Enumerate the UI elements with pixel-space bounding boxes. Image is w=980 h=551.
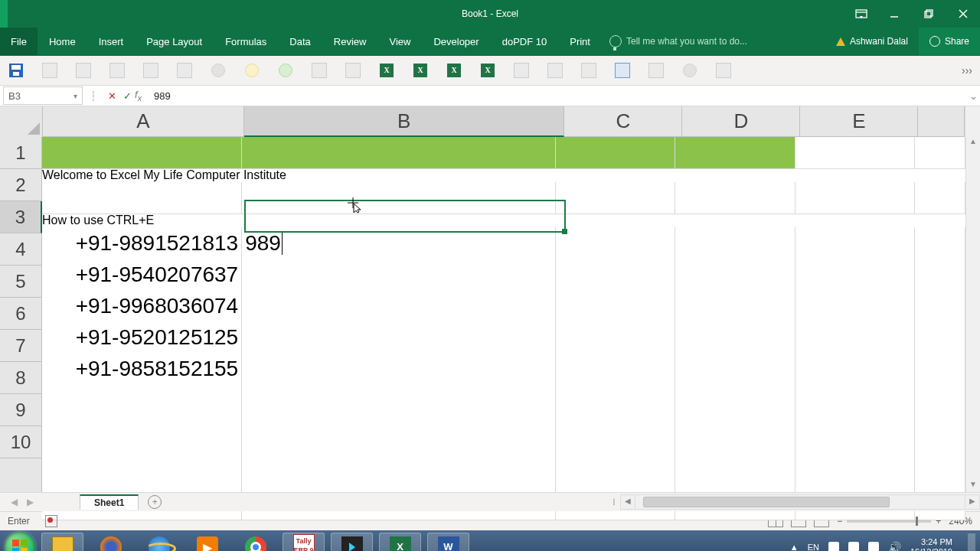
taskbar-file-explorer[interactable] (41, 533, 83, 551)
taskbar-tally[interactable]: TallyERP 9 (283, 533, 325, 551)
column-header-d[interactable]: D (682, 106, 800, 137)
formula-input[interactable]: 989 (149, 90, 966, 102)
cell-b6[interactable] (242, 321, 556, 354)
ribbon-options-icon[interactable] (846, 0, 877, 28)
cell-b1[interactable] (242, 137, 556, 169)
share-button[interactable]: Share (919, 28, 980, 55)
cancel-icon[interactable]: ✕ (104, 90, 119, 102)
tray-language[interactable]: EN (808, 543, 819, 551)
cell-f3[interactable] (915, 227, 965, 259)
cell-d4[interactable] (675, 259, 795, 291)
cell-c8[interactable] (556, 384, 675, 416)
maximize-button[interactable] (911, 0, 946, 28)
cell-a1[interactable] (42, 137, 242, 169)
cell-a7[interactable]: +91-9858152155 (42, 353, 242, 385)
cell-d3[interactable] (675, 227, 795, 259)
column-header-f[interactable] (918, 106, 965, 137)
excel-addin-icon-1[interactable]: X (378, 62, 395, 79)
cell-e1[interactable] (795, 137, 915, 169)
close-button[interactable] (946, 0, 980, 28)
tab-formulas[interactable]: Formulas (214, 28, 278, 55)
cell-b2[interactable] (242, 182, 556, 214)
qat-icon-19[interactable] (648, 62, 665, 79)
sheet-tab-sheet1[interactable]: Sheet1 (80, 494, 139, 510)
tell-me-search[interactable]: Tell me what you want to do... (609, 28, 747, 55)
cell-c4[interactable] (556, 259, 675, 291)
row-header-1[interactable]: 1 (0, 137, 42, 169)
cell-c6[interactable] (556, 321, 675, 354)
taskbar-excel[interactable]: X (379, 533, 421, 551)
qat-icon-9[interactable] (311, 62, 328, 79)
cell-f1[interactable] (915, 137, 965, 169)
cell-c5[interactable] (556, 290, 675, 322)
shape-circle-yellow-icon[interactable] (243, 62, 260, 79)
cell-f4[interactable] (915, 259, 965, 291)
tab-home[interactable]: Home (38, 28, 87, 55)
qat-overflow-icon[interactable]: ››› (962, 64, 972, 77)
cell-e10[interactable] (795, 447, 915, 479)
tray-icon-3[interactable] (868, 542, 879, 551)
tab-view[interactable]: View (377, 28, 422, 55)
qat-icon-16[interactable] (547, 62, 564, 79)
qat-icon-2[interactable] (75, 62, 92, 79)
row-header-2[interactable]: 2 (0, 169, 42, 201)
cell-e6[interactable] (795, 321, 915, 354)
confirm-icon[interactable]: ✓ (119, 90, 135, 102)
cell-b7[interactable] (242, 353, 556, 385)
scroll-right-icon[interactable]: ▶ (965, 494, 980, 510)
cell-d6[interactable] (675, 321, 795, 354)
scroll-left-icon[interactable]: ◀ (620, 494, 635, 510)
cell-b4[interactable] (242, 259, 556, 291)
cell-d10[interactable] (675, 447, 795, 479)
tab-dopdf[interactable]: doPDF 10 (491, 28, 559, 55)
cell-a5[interactable]: +91-9968036074 (42, 290, 242, 322)
select-all-corner[interactable] (0, 106, 43, 138)
cell-b9[interactable] (242, 416, 556, 448)
shape-circle-gray2-icon[interactable] (681, 62, 698, 79)
qat-icon-21[interactable] (715, 62, 732, 79)
column-header-c[interactable]: C (564, 106, 682, 137)
qat-icon-18[interactable] (614, 62, 631, 79)
qat-icon-15[interactable] (513, 62, 530, 79)
vertical-scrollbar[interactable]: ▲ ▼ (965, 137, 980, 492)
camera-icon[interactable] (142, 62, 159, 79)
cell-a6[interactable]: +91-9520125125 (42, 321, 242, 354)
cell-e2[interactable] (795, 182, 915, 214)
cell-f8[interactable] (915, 384, 965, 416)
cell-d9[interactable] (675, 416, 795, 448)
cell-d2[interactable] (675, 182, 795, 214)
row-header-5[interactable]: 5 (0, 266, 42, 298)
tray-icon-2[interactable] (848, 542, 859, 551)
scroll-up-icon[interactable]: ▲ (966, 137, 980, 149)
start-button[interactable] (5, 532, 35, 551)
tab-page-layout[interactable]: Page Layout (135, 28, 214, 55)
cell-f10[interactable] (915, 447, 965, 479)
cell-d7[interactable] (675, 353, 795, 385)
cell-f5[interactable] (915, 290, 965, 322)
cell-c3[interactable] (556, 227, 675, 259)
worksheet-grid[interactable]: 1 2 3 4 5 6 7 8 9 10 Welcome to Excel My… (0, 137, 980, 492)
qat-icon-5[interactable] (176, 62, 193, 79)
scroll-down-icon[interactable]: ▼ (966, 480, 980, 492)
column-header-e[interactable]: E (800, 106, 918, 137)
tab-developer[interactable]: Developer (422, 28, 490, 55)
cell-a8[interactable] (42, 384, 242, 416)
tab-review[interactable]: Review (322, 28, 378, 55)
tab-insert[interactable]: Insert (87, 28, 136, 55)
cell-d8[interactable] (675, 384, 795, 416)
fx-icon[interactable]: fx (135, 89, 142, 103)
horizontal-scrollbar[interactable]: ⁞ ◀ ▶ (612, 495, 980, 509)
tray-volume-icon[interactable]: 🔊 (888, 541, 901, 551)
cell-e5[interactable] (795, 290, 915, 322)
cell-f7[interactable] (915, 353, 965, 385)
sheet-nav-next-icon[interactable]: ▶ (27, 497, 34, 507)
qat-icon-17[interactable] (580, 62, 597, 79)
row-header-4[interactable]: 4 (0, 233, 42, 266)
cell-e7[interactable] (795, 353, 915, 385)
cell-e3[interactable] (795, 227, 915, 259)
row-header-7[interactable]: 7 (0, 330, 42, 362)
cell-d5[interactable] (675, 290, 795, 322)
system-clock[interactable]: 3:24 PM 16/12/2019 (910, 537, 952, 551)
cell-b8[interactable] (242, 384, 556, 416)
cell-a2[interactable] (42, 182, 242, 214)
